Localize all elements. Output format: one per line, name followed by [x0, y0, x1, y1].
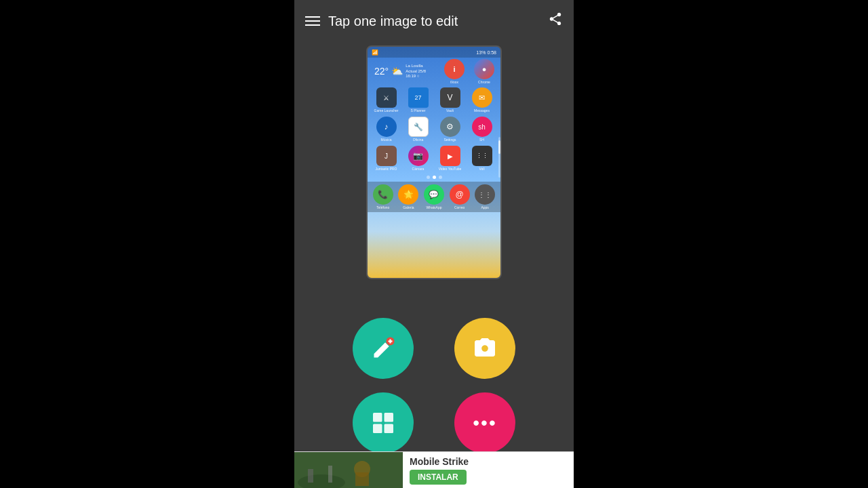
edit-button[interactable] — [353, 318, 414, 379]
app-row-4: J Juntastic PRO 📷 Cámara ▶ Video YouTube… — [368, 144, 500, 173]
app-icon-phone: 📞 Teléfono — [370, 184, 396, 209]
app-icon-vault: V Vault — [437, 87, 464, 113]
svg-rect-6 — [384, 424, 394, 433]
svg-rect-12 — [355, 472, 369, 486]
app-icon-gamelauncher: ⚔ Game Launcher — [373, 87, 400, 113]
app-icon-whatsapp: 💬 WhatsApp — [421, 184, 447, 209]
app-icon-sh: sh SH — [469, 117, 496, 142]
ad-content: Mobile Strike INSTALAR — [403, 453, 574, 487]
app-icon-correo: @ Correo — [447, 184, 473, 209]
weather-info: La Losilla Actual 25/8 16:19 ○ — [406, 64, 437, 79]
app-icon-music: ♪ Música — [373, 117, 400, 142]
btn-row-top — [353, 318, 515, 379]
app-icon-ivoox: i iVoox — [441, 59, 468, 84]
share-icon[interactable] — [548, 12, 563, 30]
btn-row-bottom: ••• — [353, 392, 515, 453]
camera-button[interactable] — [454, 318, 515, 379]
app-icon-splanner: 27 S Planner — [405, 87, 432, 113]
ad-banner: Mobile Strike INSTALAR — [294, 451, 574, 488]
more-button[interactable]: ••• — [454, 392, 515, 453]
status-time-battery: 13% 0:58 — [476, 50, 496, 55]
svg-rect-10 — [328, 466, 332, 483]
app-icon-galeria: 🌟 Galería — [396, 184, 422, 209]
svg-rect-5 — [373, 424, 382, 433]
app-icon-apps: ⋮⋮ Apps — [472, 184, 498, 209]
more-dots: ••• — [473, 412, 496, 434]
app-row-2: ⚔ Game Launcher 27 S Planner V Vault ✉ M… — [368, 85, 500, 115]
page-title: Tap one image to edit — [328, 14, 458, 29]
app-icon-messages: ✉ Messages — [469, 87, 496, 113]
ad-title: Mobile Strike — [410, 456, 567, 467]
header: Tap one image to edit — [294, 0, 574, 42]
app-icon-chrome: ● Chrome — [471, 59, 498, 84]
ad-install-button[interactable]: INSTALAR — [410, 470, 467, 485]
app-icon-juntastic: J Juntastic PRO — [373, 146, 400, 171]
weather-widget: 22° ⛅ La Losilla Actual 25/8 16:19 ○ — [370, 61, 441, 82]
app-icon-oficina: 🔧 Oficina — [405, 117, 432, 142]
app-icon-camera: 📷 Cámara — [405, 146, 432, 171]
weather-temp: 22° — [374, 66, 389, 77]
left-black-bar — [0, 0, 294, 488]
page-dots — [368, 173, 500, 182]
app-row-3: ♪ Música 🔧 Oficina ⚙ Settings sh SH — [368, 115, 500, 144]
app-icon-settings: ⚙ Settings — [437, 117, 464, 142]
app-icon-voll: ⋮⋮ Voll — [469, 146, 496, 171]
phone-screenshot: 📶 13% 0:58 22° ⛅ La Losilla Actual 25/8 … — [366, 45, 502, 279]
svg-rect-9 — [308, 469, 313, 483]
app-container: Tap one image to edit 📶 13% 0:58 22° — [294, 0, 574, 488]
svg-rect-3 — [373, 413, 382, 422]
menu-icon[interactable] — [305, 16, 320, 26]
ad-image — [294, 452, 403, 489]
app-icon-video: ▶ Video YouTube — [437, 146, 464, 171]
phone-status-bar: 📶 13% 0:58 — [368, 47, 500, 58]
right-black-bar — [574, 0, 868, 488]
collage-button[interactable] — [353, 392, 414, 453]
status-signal: 📶 — [372, 49, 378, 56]
svg-rect-4 — [384, 413, 394, 422]
app-row-dock: 📞 Teléfono 🌟 Galería 💬 WhatsApp @ Correo… — [368, 182, 500, 212]
header-left: Tap one image to edit — [305, 14, 458, 29]
